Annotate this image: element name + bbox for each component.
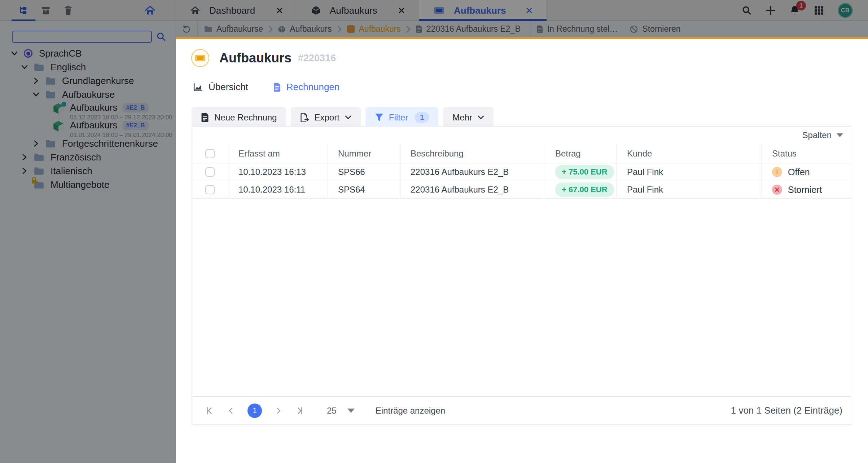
chevron-right-icon[interactable] — [32, 140, 40, 147]
close-icon[interactable] — [398, 7, 405, 14]
close-icon[interactable] — [526, 7, 533, 14]
folder-icon — [34, 153, 44, 162]
folder-icon — [45, 140, 56, 148]
row-checkbox[interactable] — [205, 167, 215, 177]
search-icon[interactable] — [156, 32, 166, 42]
trash-button[interactable] — [57, 0, 79, 21]
locked-folder-icon — [34, 181, 44, 189]
course-badge: #E2_B — [123, 103, 149, 113]
sidebar-search-input[interactable] — [12, 31, 152, 43]
history-back-button[interactable] — [182, 25, 191, 34]
search-icon — [742, 5, 752, 16]
notifications-button[interactable]: 1 — [789, 5, 800, 16]
archive-button[interactable] — [35, 0, 57, 21]
table-toolbar: Spalten — [192, 127, 852, 144]
page-tabs: Übersicht Rechnungen — [176, 81, 868, 93]
tree-course-aufbaukurs-dec[interactable]: Aufbaukurs #E2_B 01.12.2023 18:00 – 29.1… — [0, 102, 176, 119]
tree-view-button[interactable] — [12, 0, 35, 21]
chevron-right-icon[interactable] — [20, 167, 29, 175]
tree-label: Aufbaukurs — [70, 120, 118, 131]
tree-node-fortgeschrittenenkurse[interactable]: Fortgeschrittenenkurse — [0, 137, 176, 150]
cell-beschreibung: 220316 Aufbaukurs E2_B — [400, 181, 545, 198]
tab-aufbaukurs-2-active[interactable]: Aufbaukurs — [419, 0, 547, 21]
tab-rechnungen[interactable]: Rechnungen — [273, 81, 339, 93]
grid-icon — [814, 5, 824, 16]
cell-beschreibung: 220316 Aufbaukurs E2_B — [400, 163, 545, 181]
tree-node-englisch[interactable]: Englisch — [0, 60, 176, 74]
plus-icon — [766, 5, 776, 16]
topbar-actions: 1 CB — [742, 0, 868, 21]
column-header[interactable]: Status — [762, 144, 852, 163]
tree-node-grundlagenkurse[interactable]: Grundlagenkurse — [0, 74, 176, 88]
global-search-button[interactable] — [742, 5, 752, 16]
chevron-down-icon[interactable] — [32, 91, 40, 98]
row-checkbox[interactable] — [205, 185, 215, 194]
column-header[interactable]: Betrag — [545, 144, 617, 163]
table-empty-area — [192, 199, 852, 396]
column-header[interactable]: Beschreibung — [400, 144, 545, 163]
select-all-checkbox[interactable] — [205, 149, 215, 158]
add-button[interactable] — [766, 5, 776, 16]
chevron-right-icon[interactable] — [32, 77, 40, 84]
tree-node-franzoesisch[interactable]: Französisch — [0, 150, 176, 164]
first-page-button[interactable] — [205, 406, 214, 415]
course-cube-icon — [53, 120, 64, 132]
tab-dashboard[interactable]: Dashboard — [176, 0, 297, 21]
current-page-button[interactable]: 1 — [247, 404, 262, 418]
amount-badge: + 67.00 EUR — [555, 182, 614, 197]
action-in-rechnung-stellen[interactable]: In Rechnung stel… — [537, 24, 618, 34]
tree-node-sprachcb[interactable]: SprachCB — [0, 47, 176, 60]
export-button[interactable]: Export — [291, 107, 360, 128]
sidebar-search-row — [0, 22, 176, 43]
chevron-right-icon[interactable] — [20, 154, 29, 161]
status-open-icon: ! — [772, 167, 782, 177]
tree-label: Englisch — [51, 62, 86, 73]
chevron-down-icon[interactable] — [10, 50, 19, 57]
tree-label: Aufbaukurse — [62, 89, 115, 100]
caret-down-icon — [347, 409, 355, 413]
breadcrumb-item-aufbaukurse[interactable]: Aufbaukurse — [204, 24, 263, 34]
sidebar-toolbar — [0, 0, 176, 21]
chevron-down-icon — [478, 115, 484, 120]
tree-node-multiangebote[interactable]: Multiangebote — [0, 178, 176, 191]
new-invoice-button[interactable]: Neue Rechnung — [192, 107, 286, 128]
tree-node-italienisch[interactable]: Italienisch — [0, 164, 176, 178]
breadcrumb-item-aufbaukurs[interactable]: Aufbaukurs — [278, 24, 332, 34]
tree-node-aufbaukurse[interactable]: Aufbaukurse — [0, 88, 176, 101]
caret-down-icon[interactable] — [837, 133, 843, 137]
sidebar-home-button[interactable] — [139, 0, 161, 21]
tab-aufbaukurs-1[interactable]: Aufbaukurs — [297, 0, 419, 21]
avatar[interactable]: CB — [838, 3, 853, 18]
more-button[interactable]: Mehr — [443, 107, 494, 128]
app-root: Dashboard Aufbaukurs Aufbaukurs — [0, 0, 868, 463]
invoice-icon — [201, 113, 209, 122]
chevron-right-icon — [337, 26, 342, 33]
tab-label: Aufbaukurs — [330, 5, 377, 16]
cell-status: ✕ Storniert — [762, 181, 852, 198]
close-icon[interactable] — [276, 7, 283, 14]
previous-page-button[interactable] — [227, 406, 235, 415]
column-header[interactable]: Erfasst am — [228, 144, 328, 163]
tree-course-aufbaukurs-jan[interactable]: Aufbaukurs #E2_B 01.01.2024 18:00 – 29.0… — [0, 120, 176, 137]
table-row[interactable]: 10.10.2023 16:11 SPS64 220316 Aufbaukurs… — [192, 181, 852, 199]
column-header[interactable]: Kunde — [617, 144, 762, 163]
status-label: Offen — [788, 167, 810, 177]
apps-grid-button[interactable] — [814, 5, 824, 16]
filter-icon — [375, 113, 383, 122]
columns-button[interactable]: Spalten — [802, 130, 832, 140]
breadcrumb-label: 220316 Aufbaukurs E2_B — [426, 24, 521, 34]
tab-uebersicht[interactable]: Übersicht — [193, 81, 248, 93]
cell-erfasst-am: 10.10.2023 16:13 — [228, 163, 328, 181]
action-stornieren[interactable]: Stornieren — [630, 24, 680, 34]
chevron-down-icon[interactable] — [20, 63, 29, 71]
last-page-button[interactable] — [295, 406, 304, 415]
next-page-button[interactable] — [274, 406, 283, 415]
tree-icon — [18, 5, 29, 16]
chart-icon — [193, 83, 203, 92]
page-size-select[interactable]: 25 — [327, 406, 355, 416]
breadcrumb-item-aufbaukurs-current[interactable]: Aufbaukurs — [347, 24, 401, 34]
table-row[interactable]: 10.10.2023 16:13 SPS66 220316 Aufbaukurs… — [192, 163, 852, 181]
filter-button[interactable]: Filter 1 — [365, 107, 438, 128]
column-header[interactable]: Nummer — [328, 144, 400, 163]
breadcrumb-item-invoice[interactable]: 220316 Aufbaukurs E2_B — [416, 24, 521, 34]
